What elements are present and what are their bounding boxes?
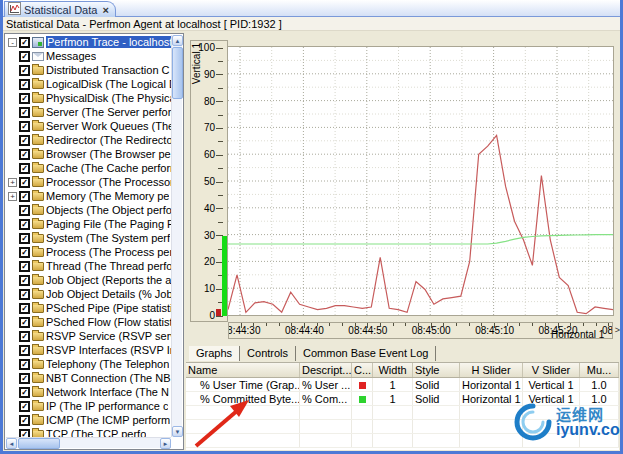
column-header-style[interactable]: Style (413, 363, 460, 377)
checkbox[interactable]: ✓ (19, 65, 30, 76)
y-axis[interactable]: Vertical 1 0102030405060708090100 (190, 40, 228, 322)
tree-item[interactable]: ✓Job Object Details (% Job (6, 287, 171, 301)
tree-horizontal-scrollbar[interactable]: ◄ ► (6, 437, 171, 448)
y-tick-label: 80 (193, 97, 215, 107)
scroll-down-icon[interactable]: ▼ (172, 426, 183, 437)
checkbox[interactable]: ✓ (19, 289, 30, 300)
checkbox[interactable]: ✓ (19, 261, 30, 272)
column-header-descript-[interactable]: Descript... (300, 363, 352, 377)
tree-item-label: PSched Flow (Flow statist (46, 316, 171, 328)
tree-item[interactable]: +✓Memory (The Memory pe (6, 189, 171, 203)
tab-common-base-event-log[interactable]: Common Base Event Log (296, 346, 436, 361)
tree-item[interactable]: ✓Cache (The Cache perform (6, 161, 171, 175)
tree-item[interactable]: ✓ICMP (The ICMP perform (6, 413, 171, 427)
checkbox[interactable]: ✓ (19, 317, 30, 328)
checkbox[interactable]: ✓ (19, 429, 30, 438)
tree-item[interactable]: ✓Redirector (The Redirecto (6, 133, 171, 147)
column-header-v-slider[interactable]: V Slider (523, 363, 580, 377)
tree-item[interactable]: ✓Distributed Transaction C (6, 63, 171, 77)
view-tabstrip: Statistical Data × (3, 0, 620, 17)
tree-item-label: Distributed Transaction C (46, 64, 170, 76)
checkbox[interactable]: ✓ (19, 275, 30, 286)
checkbox[interactable]: ✓ (19, 247, 30, 258)
tree-item[interactable]: ✓Paging File (The Paging F (6, 217, 171, 231)
checkbox[interactable]: ✓ (19, 149, 30, 160)
plus-expander-icon[interactable]: + (8, 192, 17, 201)
series-color-chip (359, 382, 366, 389)
tree-item[interactable]: ✓Job Object (Reports the a (6, 273, 171, 287)
checkbox[interactable]: ✓ (19, 37, 30, 48)
table-row[interactable]: % User Time (Grap...% User ...1SolidHori… (186, 378, 619, 392)
folder-icon (32, 346, 44, 355)
tab-graphs[interactable]: Graphs (189, 346, 240, 361)
scroll-right-icon[interactable]: ► (160, 438, 171, 449)
scroll-up-icon[interactable]: ▲ (172, 35, 183, 46)
tree-item[interactable]: ✓System (The System perf (6, 231, 171, 245)
checkbox[interactable]: ✓ (19, 359, 30, 370)
tree-item[interactable]: ✓Network Interface (The N (6, 385, 171, 399)
folder-icon (32, 150, 44, 159)
checkbox[interactable]: ✓ (19, 107, 30, 118)
column-header-mu-[interactable]: Mu... (580, 363, 619, 377)
cell-multiplier: 1.0 (580, 392, 619, 405)
checkbox[interactable]: ✓ (19, 205, 30, 216)
checkbox[interactable]: ✓ (19, 415, 30, 426)
tree-item[interactable]: -✓Perfmon Trace - localhost (lo (6, 35, 171, 49)
scroll-left-icon[interactable]: ◄ (6, 438, 17, 449)
tree-item[interactable]: ✓IP (The IP performance c (6, 399, 171, 413)
tab-controls[interactable]: Controls (240, 346, 296, 361)
tree-item[interactable]: ✓RSVP Service (RSVP servi (6, 329, 171, 343)
checkbox[interactable]: ✓ (19, 373, 30, 384)
checkbox[interactable]: ✓ (19, 191, 30, 202)
checkbox[interactable]: ✓ (19, 79, 30, 90)
tab-statistical-data[interactable]: Statistical Data × (4, 1, 116, 17)
tree-item[interactable]: ✓Server Work Queues (The (6, 119, 171, 133)
tree-item[interactable]: ✓Objects (The Object perfo (6, 203, 171, 217)
checkbox[interactable]: ✓ (19, 345, 30, 356)
column-header-c-[interactable]: C... (352, 363, 373, 377)
expander-spacer (8, 94, 17, 103)
tree-item[interactable]: ✓Thread (The Thread perfo (6, 259, 171, 273)
checkbox[interactable]: ✓ (19, 51, 30, 62)
horizontal-scrollbar-thumb[interactable] (18, 438, 60, 449)
checkbox[interactable]: ✓ (19, 163, 30, 174)
close-icon[interactable]: × (102, 4, 108, 16)
tree-item[interactable]: +✓Processor (The Processor (6, 175, 171, 189)
column-header-h-slider[interactable]: H Slider (460, 363, 523, 377)
minus-expander-icon[interactable]: - (8, 38, 17, 47)
checkbox[interactable]: ✓ (19, 233, 30, 244)
x-minor-tick-mark (393, 323, 394, 326)
checkbox[interactable]: ✓ (19, 121, 30, 132)
tree-item[interactable]: ✓Server (The Server perfor (6, 105, 171, 119)
tree-item[interactable]: ✓Browser (The Browser pe (6, 147, 171, 161)
x-axis[interactable]: 08:44:3008:44:4008:44:5008:45:0008:45:10… (228, 322, 613, 339)
axis-scroll-right-icon[interactable]: > (614, 323, 621, 338)
checkbox[interactable]: ✓ (19, 177, 30, 188)
checkbox[interactable]: ✓ (19, 303, 30, 314)
checkbox[interactable]: ✓ (19, 401, 30, 412)
tree-item[interactable]: ✓PhysicalDisk (The Physica (6, 91, 171, 105)
tree-item[interactable]: ✓PSched Flow (Flow statist (6, 315, 171, 329)
checkbox[interactable]: ✓ (19, 135, 30, 146)
plus-expander-icon[interactable]: + (8, 178, 17, 187)
tree-item[interactable]: ✓TCP (The TCP perfo (6, 427, 171, 437)
checkbox[interactable]: ✓ (19, 387, 30, 398)
tree-item[interactable]: ✓NBT Connection (The NB (6, 371, 171, 385)
tree-item[interactable]: ✓LogicalDisk (The Logical D (6, 77, 171, 91)
y-tick-label: 40 (193, 204, 215, 214)
checkbox[interactable]: ✓ (19, 219, 30, 230)
column-header-name[interactable]: Name (186, 363, 300, 377)
tree-item[interactable]: ✓RSVP Interfaces (RSVP In (6, 343, 171, 357)
column-header-width[interactable]: Width (373, 363, 413, 377)
table-empty-row (186, 434, 619, 448)
tree-item[interactable]: ✓Messages (6, 49, 171, 63)
table-row[interactable]: % Committed Byte...% Com...1SolidHorizon… (186, 392, 619, 406)
tree-item[interactable]: ✓Telephony (The Telephon (6, 357, 171, 371)
y-minor-tick-mark (218, 88, 223, 89)
tree-item[interactable]: ✓Process (The Process perf (6, 245, 171, 259)
tree-item[interactable]: ✓PSched Pipe (Pipe statisti (6, 301, 171, 315)
vertical-scrollbar-thumb[interactable] (172, 47, 183, 99)
tree-vertical-scrollbar[interactable]: ▲ ▼ (171, 35, 182, 437)
checkbox[interactable]: ✓ (19, 331, 30, 342)
checkbox[interactable]: ✓ (19, 93, 30, 104)
